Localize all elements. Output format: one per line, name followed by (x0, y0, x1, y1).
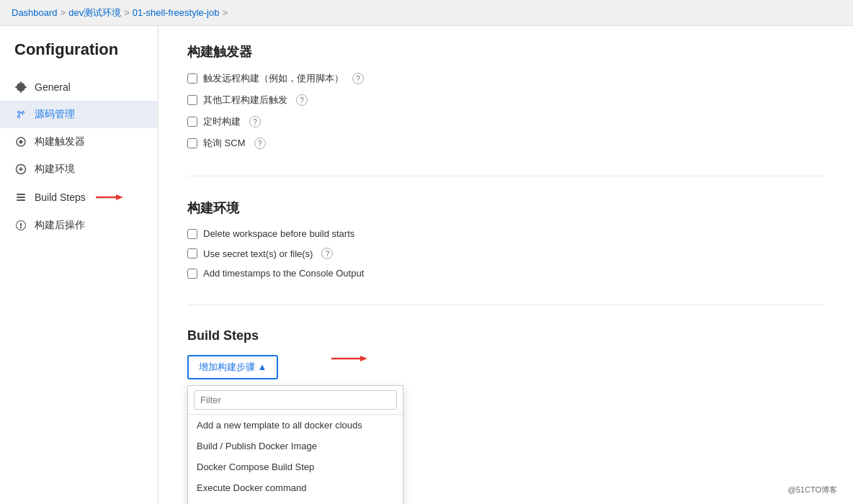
build-steps-title: Build Steps (187, 328, 824, 343)
build-env-title: 构建环境 (187, 199, 824, 217)
svg-rect-3 (17, 194, 25, 195)
env3-checkbox[interactable] (187, 269, 197, 279)
sidebar-item-post-build[interactable]: 构建后操作 (0, 212, 158, 239)
env2-label[interactable]: Use secret text(s) or file(s) (203, 248, 313, 259)
dropdown-item-5[interactable]: Invoke Ansible Ad-Hoc Command (188, 498, 403, 504)
sidebar-item-general[interactable]: General (0, 73, 158, 101)
build-triggers-icon (14, 135, 27, 148)
build-triggers-section: 构建触发器 触发远程构建（例如，使用脚本） ? 其他工程构建后触发 ? 定时构建… (187, 43, 824, 176)
source-management-icon (14, 108, 27, 121)
sidebar-item-build-triggers[interactable]: 构建触发器 (0, 128, 158, 156)
svg-marker-9 (360, 356, 367, 361)
dropdown-list: Add a new template to all docker clouds … (188, 415, 403, 504)
build-steps-icon (14, 191, 27, 204)
dropdown-filter-container (188, 386, 403, 415)
svg-marker-7 (116, 194, 123, 200)
trigger-row-2: 其他工程构建后触发 ? (187, 94, 824, 107)
trigger-row-3: 定时构建 ? (187, 115, 824, 128)
trigger4-label[interactable]: 轮询 SCM (203, 137, 246, 150)
sidebar: Configuration General 源码管理 构建触发器 构建环境 (0, 26, 158, 504)
trigger4-help[interactable]: ? (254, 138, 266, 149)
sidebar-label-build-steps: Build Steps (35, 192, 86, 203)
dropdown-item-1[interactable]: Add a new template to all docker clouds (188, 415, 403, 436)
add-build-step-dropdown: Add a new template to all docker clouds … (187, 385, 403, 504)
trigger3-checkbox[interactable] (187, 117, 197, 127)
build-steps-dropdown-arrow (331, 348, 375, 369)
breadcrumb: Dashboard > dev测试环境 > 01-shell-freestyle… (0, 0, 853, 26)
sidebar-item-source-management[interactable]: 源码管理 (0, 101, 158, 128)
main-content: 构建触发器 触发远程构建（例如，使用脚本） ? 其他工程构建后触发 ? 定时构建… (158, 26, 853, 504)
sidebar-title: Configuration (0, 40, 158, 73)
breadcrumb-dashboard[interactable]: Dashboard (12, 7, 58, 18)
trigger2-label[interactable]: 其他工程构建后触发 (203, 94, 287, 107)
dropdown-filter-input[interactable] (194, 390, 397, 410)
breadcrumb-job[interactable]: 01-shell-freestyle-job (133, 7, 220, 18)
add-build-step-label: 增加构建步骤 ▲ (199, 361, 267, 374)
env3-label[interactable]: Add timestamps to the Console Output (203, 268, 364, 279)
env1-checkbox[interactable] (187, 229, 197, 239)
trigger2-help[interactable]: ? (296, 94, 308, 106)
sidebar-label-build-env: 构建环境 (35, 163, 75, 176)
watermark: @51CTO博客 (784, 483, 841, 497)
trigger1-help[interactable]: ? (352, 73, 364, 84)
env-row-3: Add timestamps to the Console Output (187, 268, 824, 279)
svg-rect-4 (17, 197, 25, 198)
build-steps-arrow (96, 190, 125, 204)
env2-checkbox[interactable] (187, 248, 197, 258)
trigger4-checkbox[interactable] (187, 138, 197, 148)
build-env-section: 构建环境 Delete workspace before build start… (187, 199, 824, 305)
env2-help[interactable]: ? (321, 248, 333, 259)
add-build-step-button[interactable]: 增加构建步骤 ▲ (187, 355, 278, 379)
trigger1-checkbox[interactable] (187, 73, 197, 84)
sidebar-item-build-steps[interactable]: Build Steps (0, 183, 158, 212)
env1-label[interactable]: Delete workspace before build starts (203, 228, 354, 239)
env-row-1: Delete workspace before build starts (187, 228, 824, 239)
trigger2-checkbox[interactable] (187, 95, 197, 105)
trigger3-help[interactable]: ? (249, 116, 261, 127)
breadcrumb-env[interactable]: dev测试环境 (68, 6, 121, 19)
sidebar-label-build-triggers: 构建触发器 (35, 135, 85, 148)
trigger-row-4: 轮询 SCM ? (187, 137, 824, 150)
sidebar-label-post-build: 构建后操作 (35, 219, 85, 232)
dropdown-item-2[interactable]: Build / Publish Docker Image (188, 436, 403, 456)
svg-rect-5 (17, 199, 25, 201)
svg-point-1 (19, 140, 23, 144)
sidebar-item-build-env[interactable]: 构建环境 (0, 156, 158, 183)
general-icon (14, 81, 27, 94)
post-build-icon (14, 219, 27, 232)
sidebar-label-general: General (35, 81, 71, 93)
dropdown-item-3[interactable]: Docker Compose Build Step (188, 456, 403, 477)
env-row-2: Use secret text(s) or file(s) ? (187, 248, 824, 259)
trigger-row-1: 触发远程构建（例如，使用脚本） ? (187, 72, 824, 85)
dropdown-item-4[interactable]: Execute Docker command (188, 477, 403, 498)
trigger1-label[interactable]: 触发远程构建（例如，使用脚本） (203, 72, 344, 85)
trigger3-label[interactable]: 定时构建 (203, 115, 241, 128)
build-steps-section: Build Steps 增加构建步骤 ▲ Add a new template … (187, 328, 824, 402)
build-triggers-title: 构建触发器 (187, 43, 824, 60)
build-env-icon (14, 163, 27, 176)
sidebar-label-source-management: 源码管理 (35, 108, 75, 121)
add-build-step-container: 增加构建步骤 ▲ Add a new template to all docke… (187, 355, 278, 385)
